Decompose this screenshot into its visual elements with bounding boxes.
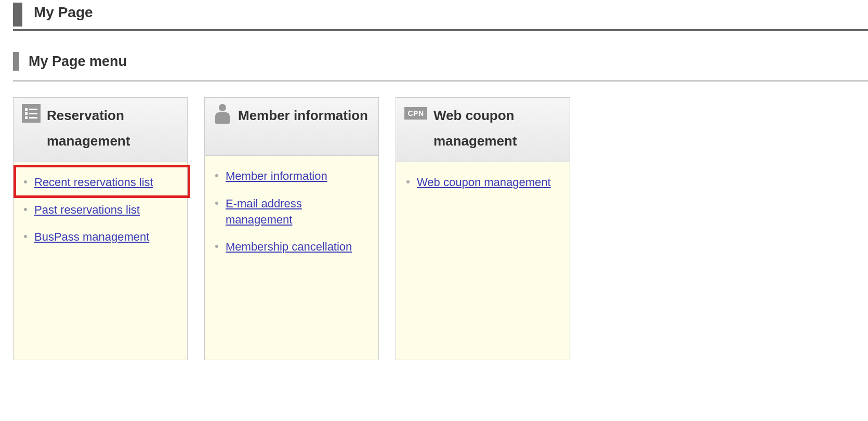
card-web-coupon-management: CPN Web coupon management Web coupon man… <box>396 97 570 360</box>
link-email-management[interactable]: E-mail address management <box>226 196 368 228</box>
page-header-accent-bar <box>13 3 22 27</box>
bullet-icon <box>24 180 27 183</box>
bullet-icon <box>24 235 27 238</box>
list-item: BusPass management <box>24 229 177 245</box>
link-buspass-management[interactable]: BusPass management <box>34 229 149 245</box>
list-item: Web coupon management <box>406 175 559 191</box>
list-item: Member information <box>215 168 368 185</box>
bullet-icon <box>215 245 218 248</box>
link-past-reservations[interactable]: Past reservations list <box>34 202 140 218</box>
list-icon <box>22 104 41 123</box>
bullet-icon <box>215 202 218 205</box>
card-reservation-management: Reservation management Recent reservatio… <box>13 97 188 360</box>
bullet-icon <box>406 180 410 183</box>
cards-container: Reservation management Recent reservatio… <box>13 97 868 360</box>
link-web-coupon-management[interactable]: Web coupon management <box>417 175 551 191</box>
person-icon <box>213 104 232 125</box>
card-title: Web coupon management <box>433 103 561 154</box>
list-item: Recent reservations list <box>24 175 177 191</box>
section-header-accent-bar <box>13 52 19 71</box>
bullet-icon <box>215 174 218 177</box>
list-item: Past reservations list <box>24 202 177 218</box>
card-title: Reservation management <box>47 103 179 154</box>
section-header: My Page menu <box>13 52 868 82</box>
list-item: Membership cancellation <box>215 239 368 255</box>
page-header: My Page <box>13 0 868 31</box>
section-title: My Page menu <box>29 54 127 70</box>
card-member-information: Member information Member information E-… <box>204 97 379 360</box>
card-body: Recent reservations list Past reservatio… <box>14 162 187 360</box>
card-body: Web coupon management <box>396 162 570 360</box>
card-body: Member information E-mail address manage… <box>205 156 378 360</box>
card-header: CPN Web coupon management <box>396 98 570 162</box>
card-header: Member information <box>205 98 378 156</box>
link-membership-cancellation[interactable]: Membership cancellation <box>226 239 352 255</box>
list-item: E-mail address management <box>215 196 368 228</box>
card-title: Member information <box>238 103 368 128</box>
page-title: My Page <box>34 4 93 21</box>
card-header: Reservation management <box>14 98 187 162</box>
link-member-information[interactable]: Member information <box>226 168 327 185</box>
bullet-icon <box>24 208 27 211</box>
link-recent-reservations[interactable]: Recent reservations list <box>34 175 153 191</box>
cpn-icon: CPN <box>404 104 427 120</box>
